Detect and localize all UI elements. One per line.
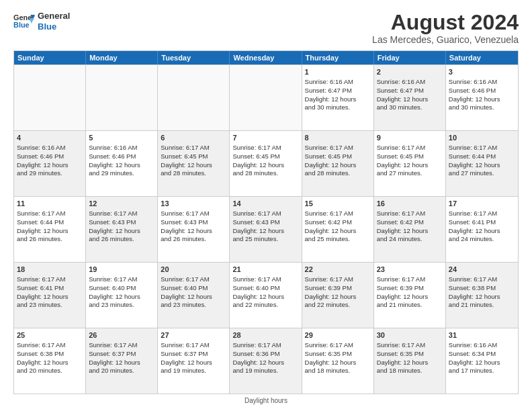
day-info: Sunset: 6:43 PM (89, 218, 154, 227)
day-info: Sunrise: 6:17 AM (89, 341, 154, 350)
day-info: Sunrise: 6:17 AM (161, 210, 226, 218)
day-info: Sunrise: 6:17 AM (232, 144, 298, 152)
day-info: Sunset: 6:47 PM (305, 87, 371, 95)
day-info: and 26 minutes. (17, 235, 83, 244)
day-info: Daylight: 12 hours (377, 359, 443, 367)
cal-cell-2-4: 15Sunrise: 6:17 AMSunset: 6:42 PMDayligh… (302, 197, 374, 262)
calendar: Sunday Monday Tuesday Wednesday Thursday… (13, 50, 519, 394)
day-number: 2 (377, 67, 443, 77)
day-info: Sunset: 6:44 PM (449, 152, 515, 161)
day-info: Daylight: 12 hours (89, 293, 154, 302)
day-info: Sunrise: 6:17 AM (377, 144, 443, 152)
day-info: Sunset: 6:39 PM (377, 284, 443, 293)
day-info: Sunset: 6:42 PM (305, 218, 371, 227)
calendar-row-0: 1Sunrise: 6:16 AMSunset: 6:47 PMDaylight… (14, 64, 518, 130)
day-info: Sunrise: 6:17 AM (89, 210, 154, 218)
day-info: Sunrise: 6:16 AM (17, 144, 83, 152)
cal-cell-3-2: 20Sunrise: 6:17 AMSunset: 6:40 PMDayligh… (158, 263, 230, 328)
day-number: 12 (89, 199, 154, 209)
header-sunday: Sunday (14, 51, 86, 64)
day-info: Sunset: 6:40 PM (232, 284, 298, 293)
day-info: and 22 minutes. (305, 301, 371, 310)
day-info: Daylight: 12 hours (89, 359, 154, 367)
day-number: 25 (17, 330, 83, 340)
cal-cell-1-4: 8Sunrise: 6:17 AMSunset: 6:45 PMDaylight… (302, 131, 374, 196)
day-info: Sunset: 6:34 PM (449, 350, 515, 359)
day-info: Sunrise: 6:16 AM (449, 341, 515, 350)
day-number: 29 (305, 330, 371, 340)
logo-text-blue: Blue (38, 21, 70, 32)
day-info: Sunset: 6:43 PM (161, 218, 226, 227)
day-info: Sunrise: 6:17 AM (305, 275, 371, 284)
cal-cell-0-4: 1Sunrise: 6:16 AMSunset: 6:47 PMDaylight… (302, 65, 374, 130)
day-number: 9 (377, 133, 443, 143)
cal-cell-0-0 (14, 65, 86, 130)
cal-cell-1-5: 9Sunrise: 6:17 AMSunset: 6:45 PMDaylight… (374, 131, 446, 196)
day-info: and 28 minutes. (305, 169, 371, 178)
day-number: 21 (232, 265, 298, 275)
header-friday: Friday (374, 51, 446, 64)
day-info: and 26 minutes. (89, 235, 154, 244)
header-wednesday: Wednesday (230, 51, 302, 64)
day-info: Sunrise: 6:16 AM (305, 78, 371, 87)
day-info: and 19 minutes. (232, 367, 298, 375)
day-number: 4 (17, 133, 83, 143)
day-number: 15 (305, 199, 371, 209)
day-info: and 20 minutes. (89, 367, 154, 375)
day-number: 30 (377, 330, 443, 340)
day-info: Daylight: 12 hours (305, 293, 371, 302)
day-info: Sunset: 6:46 PM (17, 152, 83, 161)
day-number: 20 (161, 265, 226, 275)
header-saturday: Saturday (446, 51, 518, 64)
day-info: Daylight: 12 hours (161, 359, 226, 367)
day-info: and 21 minutes. (449, 301, 515, 310)
day-number: 14 (232, 199, 298, 209)
cal-cell-2-1: 12Sunrise: 6:17 AMSunset: 6:43 PMDayligh… (86, 197, 158, 262)
day-info: Daylight: 12 hours (377, 227, 443, 236)
day-info: and 23 minutes. (161, 301, 226, 310)
calendar-row-4: 25Sunrise: 6:17 AMSunset: 6:38 PMDayligh… (14, 328, 518, 394)
day-info: Sunrise: 6:17 AM (449, 144, 515, 152)
day-info: Sunset: 6:38 PM (17, 350, 83, 359)
day-info: Daylight: 12 hours (161, 293, 226, 302)
day-number: 5 (89, 133, 154, 143)
header-tuesday: Tuesday (158, 51, 230, 64)
day-info: Sunset: 6:40 PM (89, 284, 154, 293)
cal-cell-0-6: 3Sunrise: 6:16 AMSunset: 6:46 PMDaylight… (446, 65, 518, 130)
day-info: and 30 minutes. (449, 103, 515, 112)
day-info: and 26 minutes. (161, 235, 226, 244)
cal-cell-1-0: 4Sunrise: 6:16 AMSunset: 6:46 PMDaylight… (14, 131, 86, 196)
day-info: Sunset: 6:37 PM (89, 350, 154, 359)
calendar-body: 1Sunrise: 6:16 AMSunset: 6:47 PMDaylight… (14, 64, 518, 394)
day-info: Sunrise: 6:17 AM (161, 341, 226, 350)
day-info: Daylight: 12 hours (449, 161, 515, 170)
cal-cell-4-2: 27Sunrise: 6:17 AMSunset: 6:37 PMDayligh… (158, 328, 230, 394)
calendar-row-2: 11Sunrise: 6:17 AMSunset: 6:44 PMDayligh… (14, 196, 518, 262)
day-info: and 21 minutes. (377, 301, 443, 310)
svg-text:Blue: Blue (13, 21, 30, 29)
day-info: Daylight: 12 hours (449, 359, 515, 367)
day-info: Sunrise: 6:17 AM (89, 275, 154, 284)
day-info: Sunrise: 6:17 AM (377, 275, 443, 284)
day-info: Sunset: 6:45 PM (232, 152, 298, 161)
page: General Blue General Blue August 2024 La… (0, 0, 532, 411)
day-number: 31 (449, 330, 515, 340)
cal-cell-3-0: 18Sunrise: 6:17 AMSunset: 6:41 PMDayligh… (14, 263, 86, 328)
cal-cell-4-3: 28Sunrise: 6:17 AMSunset: 6:36 PMDayligh… (230, 328, 302, 394)
day-number: 22 (305, 265, 371, 275)
day-info: Sunrise: 6:17 AM (161, 275, 226, 284)
day-info: Sunset: 6:46 PM (449, 87, 515, 95)
day-info: Daylight: 12 hours (305, 95, 371, 104)
day-info: Sunrise: 6:17 AM (377, 210, 443, 218)
day-info: Sunrise: 6:17 AM (449, 210, 515, 218)
day-info: Sunrise: 6:17 AM (305, 210, 371, 218)
day-info: and 20 minutes. (17, 367, 83, 375)
day-info: Sunrise: 6:17 AM (377, 341, 443, 350)
day-number: 28 (232, 330, 298, 340)
day-info: and 24 minutes. (377, 235, 443, 244)
day-info: Sunset: 6:41 PM (17, 284, 83, 293)
logo: General Blue General Blue (13, 11, 70, 32)
day-info: Sunset: 6:39 PM (305, 284, 371, 293)
day-info: and 17 minutes. (449, 367, 515, 375)
cal-cell-1-2: 6Sunrise: 6:17 AMSunset: 6:45 PMDaylight… (158, 131, 230, 196)
